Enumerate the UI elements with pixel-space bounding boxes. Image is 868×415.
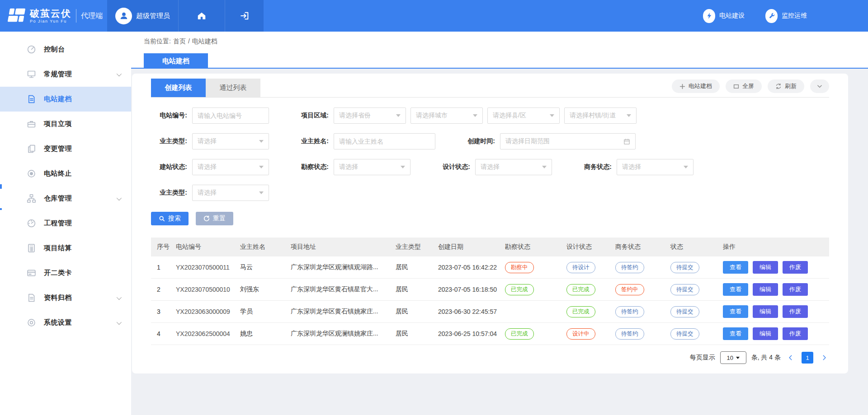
plus-icon [679,84,685,89]
chevron-down-icon [684,166,688,168]
cell-seq: 1 [151,264,176,271]
sidebar-item-label: 资料归档 [44,294,72,302]
edit-button[interactable]: 编辑 [753,327,778,340]
chevron-down-icon [401,166,405,168]
cell-otype: 居民 [396,263,438,271]
column-header: 项目地址 [291,243,396,251]
filter-project-region: 项目区域: 请选择省份 请选择城市 请选择县/区 [292,107,637,124]
sidebar-item-label: 常规管理 [44,70,72,79]
village-placeholder: 请选择村镇/街道 [570,112,616,120]
sidebar-item-1[interactable]: 常规管理 [0,62,131,87]
sidebar-item-8[interactable]: 项目结算 [0,236,131,261]
village-select[interactable]: 请选择村镇/街道 [564,107,637,124]
sidebar-item-7[interactable]: 工程管理 [0,211,131,236]
view-button[interactable]: 查看 [723,261,748,274]
filter-design-status: 设计状态: 请选择 [434,159,552,175]
chevron-down-icon [396,114,401,117]
prev-page-button[interactable] [786,353,796,363]
view-button[interactable]: 查看 [723,327,748,340]
void-button[interactable]: 作废 [783,305,808,318]
owner-type2-select[interactable]: 请选择 [192,185,269,201]
build-status-select[interactable]: 请选择 [192,159,269,175]
current-page-button[interactable]: 1 [802,352,813,364]
sidebar-item-11[interactable]: 系统设置 [0,310,131,335]
reset-button[interactable]: 重置 [196,212,233,225]
user-menu[interactable]: 超级管理员 [107,0,179,32]
chevron-down-icon [259,166,264,168]
home-button[interactable] [179,0,225,32]
scroll-indicator [0,208,2,210]
owner-type-select[interactable]: 请选择 [192,133,269,149]
sidebar-item-label: 变更管理 [44,145,72,153]
sidebar-item-9[interactable]: 开二类卡 [0,261,131,285]
column-header: 创建日期 [438,243,505,251]
breadcrumb-home-link[interactable]: 首页 [173,37,186,46]
sidebar-item-6[interactable]: 仓库管理 [0,186,131,211]
column-header: 业主姓名 [240,243,291,251]
tab-create-list[interactable]: 创建列表 [151,79,206,97]
cell-owner: 姚忠 [240,330,291,338]
filter-station-code: 电站编号: [151,107,269,124]
owner-name-input[interactable] [334,133,435,149]
chevron-down-icon [473,114,477,117]
view-button[interactable]: 查看 [723,283,748,296]
survey-status-select[interactable]: 请选择 [334,159,410,175]
void-button[interactable]: 作废 [783,327,808,340]
collapse-button[interactable] [810,79,829,93]
sidebar-item-4[interactable]: 变更管理 [0,136,131,161]
city-select[interactable]: 请选择城市 [410,107,483,124]
brand-title: 破茧云伏 [30,8,71,19]
sidebar-item-10[interactable]: 资料归档 [0,285,131,310]
city-placeholder: 请选择城市 [416,112,448,120]
refresh-button[interactable]: 刷新 [768,79,804,93]
cell-code: YX2023070500010 [176,286,240,293]
create-station-button[interactable]: 电站建档 [672,79,720,93]
total-count-label: 条, 共 4 条 [751,354,781,362]
next-page-button[interactable] [819,353,829,363]
column-header: 状态 [670,243,723,251]
status-badge: 签约中 [615,284,644,295]
cell-created: 2023-07-05 16:18:50 [438,286,505,293]
design-status-select[interactable]: 请选择 [475,159,552,175]
business-status-select[interactable]: 请选择 [617,159,693,175]
business-status-label: 商务状态: [576,163,612,171]
province-select[interactable]: 请选择省份 [334,107,406,124]
column-header: 业主类型 [396,243,438,251]
view-button[interactable]: 查看 [723,305,748,318]
county-select[interactable]: 请选择县/区 [487,107,560,124]
void-button[interactable]: 作废 [783,283,808,296]
fullscreen-button[interactable]: 全屏 [726,79,762,93]
tab-passed-list[interactable]: 通过列表 [206,79,260,97]
chevron-down-icon [816,83,823,89]
status-badge: 待提交 [670,306,699,317]
chevron-down-icon [542,166,547,168]
nav-station-build[interactable]: 电站建设 [703,9,745,23]
station-code-input[interactable] [192,107,269,124]
page-size-select[interactable]: 10 [720,351,746,364]
page-tab-station-archive[interactable]: 电站建档 [144,53,208,69]
edit-button[interactable]: 编辑 [753,305,778,318]
document-icon [26,94,36,104]
sidebar-item-5[interactable]: 电站终止 [0,161,131,186]
date-range-picker[interactable]: 请选择日期范围 [500,133,636,149]
sitemap-icon [26,194,36,204]
date-range-placeholder: 请选择日期范围 [505,137,550,145]
sidebar-item-2[interactable]: 电站建档 [0,87,131,112]
sidebar-menu: 控制台常规管理电站建档项目立项变更管理电站终止仓库管理工程管理项目结算开二类卡资… [0,32,131,335]
nav-monitor-ops[interactable]: 监控运维 [765,9,807,23]
search-label: 搜索 [168,214,181,223]
chevron-left-icon [788,354,794,361]
survey-status-placeholder: 请选择 [339,163,358,171]
cell-created: 2023-06-25 10:57:04 [438,330,505,337]
table-row: 1YX2023070500011马云广东深圳龙华区观澜镇观湖路...居民2023… [151,256,829,279]
sidebar-item-3[interactable]: 项目立项 [0,112,131,136]
void-button[interactable]: 作废 [783,261,808,274]
edit-button[interactable]: 编辑 [753,283,778,296]
sidebar-item-label: 工程管理 [44,219,72,228]
cell-status-status: 待提交 [670,284,723,295]
search-button[interactable]: 搜索 [151,212,189,225]
status-badge: 待提交 [670,262,699,273]
edit-button[interactable]: 编辑 [753,261,778,274]
logout-button[interactable] [225,0,264,32]
sidebar-item-0[interactable]: 控制台 [0,37,131,62]
